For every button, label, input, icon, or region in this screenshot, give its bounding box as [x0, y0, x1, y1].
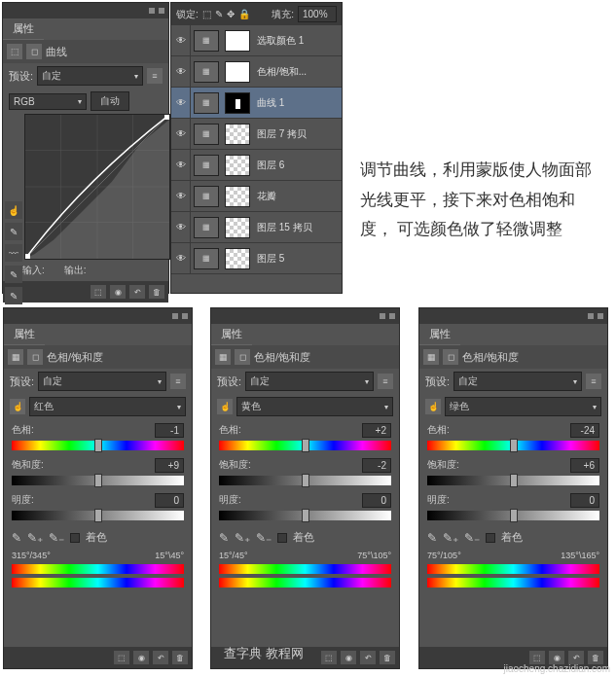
slider-thumb[interactable] [94, 474, 102, 487]
adjustment-thumb[interactable]: ▦ [194, 217, 219, 238]
slider-thumb[interactable] [510, 474, 518, 487]
hue-value[interactable]: -24 [570, 423, 599, 438]
adjustment-thumb[interactable]: ▦ [194, 61, 219, 83]
hue-value[interactable]: +2 [362, 423, 391, 438]
mask-thumb[interactable] [225, 61, 250, 83]
mask-thumb[interactable] [225, 155, 250, 176]
slider-thumb[interactable] [510, 439, 518, 452]
visibility-icon[interactable]: 👁 [171, 25, 191, 56]
eyedropper-white-icon[interactable]: ✎ [5, 266, 22, 283]
adjustment-thumb[interactable]: ▦ [194, 92, 219, 114]
delete-icon[interactable]: 🗑 [172, 651, 188, 664]
preset-menu-icon[interactable]: ≡ [378, 374, 393, 389]
layer-row[interactable]: 👁 ▦ 选取颜色 1 [171, 25, 342, 56]
mask-thumb[interactable] [225, 217, 250, 238]
mask-thumb[interactable] [225, 30, 250, 52]
eyedropper-sub-icon[interactable]: ✎₋ [49, 531, 64, 545]
adjustment-thumb[interactable]: ▦ [194, 248, 219, 269]
eyedropper-icon[interactable]: ✎ [427, 531, 437, 545]
eyedropper-add-icon[interactable]: ✎₊ [235, 531, 250, 545]
colorize-checkbox[interactable] [486, 533, 495, 543]
mask-thumb[interactable] [225, 186, 250, 207]
eyedropper-sub-icon[interactable]: ✎₋ [464, 531, 480, 545]
collapse-icon[interactable] [172, 313, 178, 319]
lock-paint-icon[interactable]: ✎ [215, 9, 223, 19]
mask-thumb[interactable] [225, 124, 250, 145]
pencil-icon[interactable]: ✎ [5, 287, 22, 304]
light-slider[interactable] [427, 511, 599, 520]
menu-icon[interactable] [159, 8, 164, 14]
reset-icon[interactable]: ↶ [360, 651, 376, 664]
tab-properties[interactable]: 属性 [211, 324, 252, 345]
eyedropper-black-icon[interactable]: ✎ [5, 223, 22, 240]
hue-value[interactable]: -1 [155, 423, 184, 438]
view-icon[interactable]: ◉ [133, 651, 149, 664]
clip-icon[interactable]: ⬚ [529, 651, 545, 664]
slider-thumb[interactable] [94, 439, 102, 452]
eyedropper-icon[interactable]: ✎ [219, 531, 229, 545]
slider-thumb[interactable] [302, 474, 309, 487]
menu-icon[interactable] [182, 313, 188, 319]
sat-slider[interactable] [427, 476, 599, 485]
mask-thumb[interactable] [225, 248, 250, 269]
visibility-icon[interactable]: 👁 [171, 88, 191, 119]
range-bar-bottom[interactable] [219, 578, 391, 588]
tab-properties[interactable]: 属性 [4, 324, 45, 345]
channel-select[interactable]: RGB ▾ [9, 93, 87, 110]
color-range-select[interactable]: 黄色▾ [236, 397, 393, 416]
light-slider[interactable] [219, 511, 391, 520]
target-adjust-icon[interactable]: ☝ [5, 201, 22, 219]
reset-icon[interactable]: ↶ [129, 285, 145, 299]
color-range-select[interactable]: 绿色▾ [445, 397, 601, 416]
collapse-icon[interactable] [588, 313, 594, 319]
slider-thumb[interactable] [302, 439, 309, 452]
target-adjust-icon[interactable]: ☝ [217, 399, 233, 414]
layer-row[interactable]: 👁 ▦ 曲线 1 [171, 88, 342, 119]
mask-thumb[interactable] [225, 92, 250, 114]
layer-row[interactable]: 👁 ▦ 图层 5 [171, 243, 342, 274]
menu-icon[interactable] [598, 313, 603, 319]
adjustment-thumb[interactable]: ▦ [194, 30, 219, 52]
tab-properties[interactable]: 属性 [3, 18, 44, 40]
adjustment-thumb[interactable]: ▦ [194, 124, 219, 145]
lock-trans-icon[interactable]: ⬚ [202, 9, 211, 19]
light-slider[interactable] [12, 511, 184, 520]
eyedropper-add-icon[interactable]: ✎₊ [27, 531, 43, 545]
curves-graph[interactable] [24, 114, 170, 260]
clip-icon[interactable]: ⬚ [114, 651, 129, 664]
layer-row[interactable]: 👁 ▦ 图层 15 拷贝 [171, 212, 342, 243]
clip-icon[interactable]: ⬚ [91, 285, 106, 299]
sat-value[interactable]: +6 [570, 458, 599, 473]
delete-icon[interactable]: 🗑 [149, 285, 164, 299]
view-icon[interactable]: ◉ [549, 651, 564, 664]
range-bar-top[interactable] [219, 564, 391, 574]
auto-button[interactable]: 自动 [91, 91, 129, 111]
color-range-select[interactable]: 红色▾ [29, 397, 186, 416]
visibility-icon[interactable]: 👁 [171, 243, 191, 274]
delete-icon[interactable]: 🗑 [380, 651, 395, 664]
view-icon[interactable]: ◉ [341, 651, 356, 664]
eyedropper-add-icon[interactable]: ✎₊ [443, 531, 458, 545]
delete-icon[interactable]: 🗑 [588, 651, 603, 664]
eyedropper-gray-icon[interactable]: 〰 [5, 244, 22, 262]
reset-icon[interactable]: ↶ [568, 651, 584, 664]
layer-row[interactable]: 👁 ▦ 图层 6 [171, 150, 342, 181]
hue-slider[interactable] [12, 441, 184, 450]
target-adjust-icon[interactable]: ☝ [425, 399, 441, 414]
hue-slider[interactable] [427, 441, 599, 450]
range-bar-bottom[interactable] [12, 578, 184, 588]
sat-slider[interactable] [219, 476, 391, 485]
lock-pos-icon[interactable]: ✥ [227, 9, 235, 19]
preset-menu-icon[interactable]: ≡ [170, 374, 186, 389]
collapse-icon[interactable] [380, 313, 385, 319]
light-value[interactable]: 0 [362, 493, 391, 508]
sat-value[interactable]: -2 [362, 458, 391, 473]
light-value[interactable]: 0 [155, 493, 184, 508]
preset-menu-icon[interactable]: ≡ [586, 374, 601, 389]
range-bar-bottom[interactable] [427, 578, 599, 588]
visibility-icon[interactable]: 👁 [171, 56, 191, 88]
menu-icon[interactable] [389, 313, 395, 319]
preset-select[interactable]: 自定▾ [245, 372, 374, 391]
view-icon[interactable]: ◉ [110, 285, 126, 299]
layer-row[interactable]: 👁 ▦ 色相/饱和... [171, 56, 342, 88]
